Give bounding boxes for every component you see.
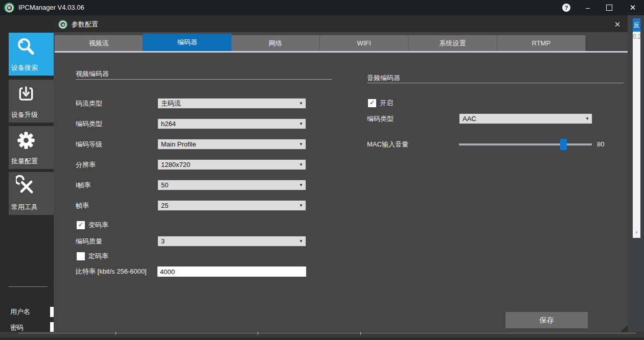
parameter-config-dialog: 参数配置 ✕ 视频流 编码器 网络 WIFI 系统设置 RTMP 视频编码器 码… — [54, 17, 628, 332]
sidebar-item-label: 设备搜索 — [11, 63, 38, 72]
video-encoder-section-title: 视频编码器 — [76, 69, 109, 79]
audio-codec-label: 编码类型 — [367, 113, 394, 125]
maximize-icon[interactable] — [606, 5, 612, 11]
sidebar-item-common-tools[interactable]: 常用工具 — [9, 172, 54, 215]
username-label: 用户名 — [10, 307, 30, 317]
tab-system-settings[interactable]: 系统设置 — [408, 35, 497, 51]
iframe-rate-label: I帧率 — [76, 180, 91, 190]
sidebar-item-label: 常用工具 — [11, 203, 38, 212]
dialog-close-icon[interactable]: ✕ — [612, 18, 623, 31]
audio-encoder-section-title: 音频编码器 — [367, 74, 400, 83]
stream-type-label: 码流类型 — [76, 98, 102, 109]
chevron-down-icon: ▼ — [585, 116, 589, 121]
sidebar-item-label: 设备升级 — [11, 110, 38, 119]
chevron-down-icon: ▼ — [299, 142, 303, 147]
sidebar-item-label: 批量配置 — [11, 157, 38, 166]
vbr-label: 变码率 — [88, 221, 108, 229]
tab-encoder[interactable]: 编码器 — [143, 34, 231, 51]
window-title: IPCManager V4.03.06 — [18, 0, 84, 15]
username-field[interactable] — [50, 307, 54, 317]
vbr-checkbox[interactable]: ✓ — [77, 221, 85, 229]
resolution-label: 分辨率 — [76, 159, 96, 170]
password-label: 密码 — [10, 323, 24, 332]
frame-rate-label: 帧率 — [76, 200, 89, 211]
window-bottom-edge — [0, 337, 644, 340]
gear-icon — [16, 129, 36, 152]
feedback-badge[interactable]: 反 — [633, 18, 640, 32]
app-logo-icon — [4, 3, 14, 13]
bitrate-label: 比特率 [kbit/s 256-6000] — [76, 266, 147, 277]
section-divider — [367, 83, 624, 83]
encode-profile-label: 编码等级 — [76, 139, 102, 150]
encode-type-dropdown[interactable]: h264 ▼ — [157, 118, 306, 129]
resolution-dropdown[interactable]: 1280x720 ▼ — [157, 159, 306, 170]
bottom-grid-line — [18, 333, 636, 333]
sidebar-separator — [9, 286, 48, 287]
tab-underline — [55, 51, 628, 53]
device-upgrade-icon — [16, 83, 36, 105]
chevron-down-icon: ▼ — [299, 203, 303, 208]
iframe-rate-dropdown[interactable]: 50 ▼ — [157, 180, 306, 190]
sidebar-item-device-upgrade[interactable]: 设备升级 — [9, 80, 54, 123]
cbr-label: 定码率 — [88, 252, 108, 260]
side-panel-strip: 反 0.2 › — [633, 18, 640, 238]
cbr-checkbox[interactable] — [77, 252, 85, 260]
sidebar-item-device-search[interactable]: 设备搜索 — [9, 33, 54, 76]
chevron-down-icon: ▼ — [299, 239, 303, 244]
frame-rate-dropdown[interactable]: 25 ▼ — [157, 200, 306, 211]
chevron-down-icon: ▼ — [299, 101, 303, 106]
dialog-title-bar: 参数配置 ✕ — [54, 17, 628, 32]
slider-track[interactable] — [459, 143, 592, 145]
chevron-down-icon: ▼ — [299, 183, 303, 187]
dialog-title: 参数配置 — [72, 17, 98, 32]
close-window-icon[interactable]: ✕ — [628, 2, 638, 14]
tab-rtmp[interactable]: RTMP — [497, 35, 586, 51]
minimize-icon[interactable]: – — [583, 2, 593, 14]
volume-value: 80 — [597, 139, 604, 150]
bitrate-input[interactable] — [157, 266, 306, 277]
chevron-down-icon: ▼ — [299, 162, 303, 167]
encode-type-label: 编码类型 — [76, 118, 102, 129]
encode-profile-dropdown[interactable]: Main Profile ▼ — [157, 139, 306, 150]
volume-slider[interactable] — [459, 139, 592, 150]
resize-grip[interactable] — [620, 325, 628, 332]
section-divider — [76, 79, 332, 80]
save-button[interactable]: 保存 — [505, 312, 588, 328]
expand-panel-arrow-icon[interactable]: › — [633, 229, 640, 235]
audio-enable-label: 开启 — [380, 99, 393, 107]
mac-input-volume-label: MAC输入音量 — [367, 139, 408, 150]
help-icon[interactable]: ? — [562, 4, 570, 12]
audio-codec-dropdown[interactable]: AAC ▼ — [459, 113, 592, 124]
chevron-down-icon: ▼ — [299, 122, 303, 126]
title-bar: IPCManager V4.03.06 ? – ✕ — [0, 0, 644, 15]
tab-wifi[interactable]: WIFI — [320, 35, 408, 51]
sidebar-item-batch-config[interactable]: 批量配置 — [9, 126, 54, 169]
audio-enable-checkbox[interactable]: ✓ — [368, 99, 376, 107]
password-field[interactable] — [50, 322, 54, 332]
tools-icon — [16, 175, 36, 198]
tab-video-stream[interactable]: 视频流 — [55, 35, 143, 51]
strip-version-text: 0.2 — [633, 33, 640, 40]
sidebar: 设备搜索 设备升级 批量配置 — [0, 15, 54, 340]
tab-network[interactable]: 网络 — [232, 35, 320, 51]
encode-quality-label: 编码质量 — [76, 236, 102, 247]
encode-quality-dropdown[interactable]: 3 ▼ — [157, 236, 306, 247]
dialog-logo-icon — [58, 20, 67, 29]
stream-type-dropdown[interactable]: 主码流 ▼ — [157, 98, 306, 109]
search-icon — [16, 36, 36, 58]
tab-bar: 视频流 编码器 网络 WIFI 系统设置 RTMP — [55, 34, 628, 53]
slider-thumb[interactable] — [560, 139, 567, 150]
